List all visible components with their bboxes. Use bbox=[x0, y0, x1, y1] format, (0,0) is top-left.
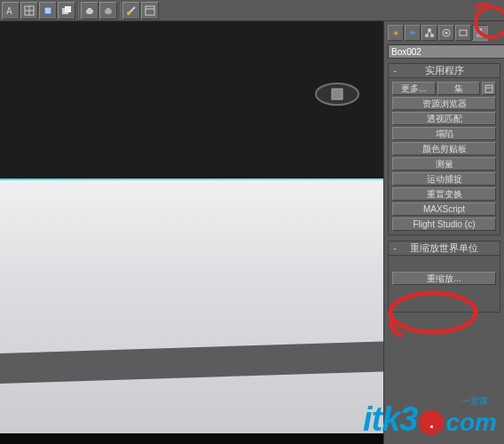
svg-text:A: A bbox=[6, 6, 12, 16]
rollout-rescale-title: 重缩放世界单位 bbox=[401, 242, 500, 255]
watermark-text-itk: itk3 bbox=[363, 400, 417, 439]
tab-modify[interactable] bbox=[405, 25, 421, 41]
svg-rect-8 bbox=[88, 8, 91, 10]
command-panel: ✴ - 实用程序 更多... 集 bbox=[383, 21, 504, 444]
svg-rect-27 bbox=[476, 34, 484, 37]
viewport-ground-plane bbox=[0, 180, 383, 444]
button-collapse[interactable]: 塌陷 bbox=[392, 127, 496, 140]
button-asset-browser[interactable]: 资源浏览器 bbox=[392, 97, 496, 110]
button-measure[interactable]: 测量 bbox=[392, 157, 496, 170]
tab-display[interactable] bbox=[455, 25, 471, 41]
button-flight-studio[interactable]: Flight Studio (c) bbox=[392, 218, 496, 231]
toolbar-stack-icon[interactable] bbox=[58, 2, 75, 20]
watermark-tagline: 一堂课 bbox=[461, 395, 488, 408]
svg-rect-13 bbox=[146, 6, 154, 15]
rollout-utilities: - 实用程序 更多... 集 资源浏览器 透视匹配 塌陷 颜色剪贴板 测量 运动… bbox=[388, 63, 500, 235]
watermark: 一堂课 itk3 . com bbox=[363, 400, 497, 439]
button-reset-xform[interactable]: 重置变换 bbox=[392, 187, 496, 201]
svg-rect-17 bbox=[332, 89, 343, 99]
viewport-bottom-void bbox=[0, 433, 383, 444]
button-maxscript[interactable]: MAXScript bbox=[392, 202, 496, 216]
svg-rect-25 bbox=[460, 30, 467, 36]
command-panel-tabs: ✴ bbox=[384, 21, 504, 43]
toolbar-separator bbox=[77, 2, 79, 20]
toolbar-grid-icon[interactable] bbox=[20, 2, 38, 20]
toolbar-teapot-icon[interactable] bbox=[81, 2, 98, 20]
button-sets[interactable]: 集 bbox=[437, 82, 481, 95]
toolbar-window-icon[interactable] bbox=[141, 2, 159, 20]
toolbar-separator bbox=[119, 2, 121, 20]
tab-create[interactable]: ✴ bbox=[388, 25, 404, 41]
tab-hierarchy[interactable] bbox=[421, 25, 437, 41]
rollout-collapse-icon: - bbox=[389, 243, 401, 253]
rollout-rescale-header[interactable]: - 重缩放世界单位 bbox=[389, 242, 500, 256]
button-perspective-match[interactable]: 透视匹配 bbox=[392, 112, 496, 125]
svg-point-24 bbox=[445, 32, 448, 35]
svg-rect-26 bbox=[478, 28, 482, 35]
rollout-utilities-title: 实用程序 bbox=[401, 64, 500, 77]
svg-rect-6 bbox=[65, 6, 71, 12]
toolbar-teapot2-icon[interactable] bbox=[99, 2, 117, 20]
svg-rect-29 bbox=[485, 85, 492, 92]
toolbar-select-icon[interactable] bbox=[39, 2, 57, 20]
tab-motion[interactable] bbox=[438, 25, 454, 41]
button-motion-capture[interactable]: 运动捕捉 bbox=[392, 172, 496, 186]
button-rescale[interactable]: 重缩放... bbox=[392, 272, 496, 285]
svg-rect-10 bbox=[106, 8, 110, 10]
viewcube-icon[interactable] bbox=[313, 78, 361, 110]
svg-point-12 bbox=[127, 12, 130, 15]
rollout-utilities-header[interactable]: - 实用程序 bbox=[389, 64, 500, 78]
rollout-collapse-icon: - bbox=[389, 66, 401, 75]
configure-sets-icon[interactable] bbox=[482, 82, 496, 95]
object-name-row bbox=[388, 44, 500, 59]
viewport[interactable] bbox=[0, 21, 383, 444]
toolbar-brush-icon[interactable] bbox=[122, 2, 140, 20]
tab-utilities[interactable] bbox=[472, 25, 488, 41]
toolbar-text-icon[interactable]: A bbox=[2, 2, 20, 20]
button-more[interactable]: 更多... bbox=[392, 82, 436, 95]
rollout-rescale: - 重缩放世界单位 重缩放... bbox=[388, 241, 500, 313]
main-toolbar: A bbox=[0, 0, 504, 21]
watermark-dot-icon: . bbox=[419, 410, 444, 435]
svg-rect-4 bbox=[44, 7, 51, 14]
button-color-clipboard[interactable]: 颜色剪贴板 bbox=[392, 142, 496, 155]
watermark-text-com: com bbox=[445, 408, 497, 437]
object-name-input[interactable] bbox=[388, 44, 504, 59]
